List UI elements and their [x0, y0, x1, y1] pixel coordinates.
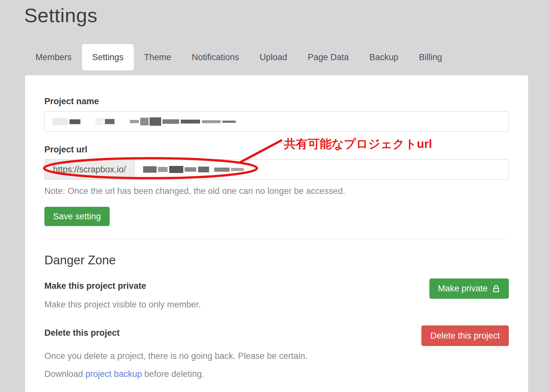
make-private-title: Make this project private — [44, 280, 201, 291]
make-private-button[interactable]: Make private — [429, 278, 509, 299]
project-name-label: Project name — [44, 96, 509, 107]
settings-card: Project name Project url https://scrapbo… — [25, 75, 528, 392]
backup-line: Download project backup before deleting. — [44, 369, 307, 379]
tab-backup[interactable]: Backup — [359, 44, 408, 70]
project-url-section: Project url https://scrapbox.io/ — [44, 144, 509, 180]
project-url-input[interactable] — [135, 160, 509, 179]
page-title: Settings — [24, 4, 550, 27]
settings-page: Settings Members Settings Theme Notifica… — [0, 0, 550, 392]
project-backup-link[interactable]: project backup — [86, 369, 142, 379]
make-private-text: Make this project private Make this proj… — [44, 280, 201, 310]
tab-settings[interactable]: Settings — [82, 44, 134, 70]
make-private-row: Make this project private Make this proj… — [44, 280, 509, 310]
tab-upload[interactable]: Upload — [249, 44, 298, 70]
delete-project-description: Once you delete a project, there is no g… — [44, 351, 307, 361]
save-setting-button[interactable]: Save setting — [44, 207, 110, 226]
delete-project-button[interactable]: Delete this project — [421, 325, 509, 346]
delete-project-text: Delete this project Once you delete a pr… — [44, 327, 307, 379]
backup-text-before: Download — [44, 369, 86, 379]
annotation-text: 共有可能なプロジェクトurl — [284, 136, 432, 152]
make-private-description: Make this project visible to only member… — [44, 299, 201, 310]
project-url-label: Project url — [44, 144, 509, 155]
project-name-input[interactable] — [44, 111, 509, 132]
tab-theme[interactable]: Theme — [134, 44, 181, 70]
tab-notifications[interactable]: Notifications — [181, 44, 249, 70]
make-private-button-label: Make private — [438, 284, 488, 294]
tab-members[interactable]: Members — [25, 44, 82, 70]
section-divider — [44, 239, 509, 239]
url-change-note: Note: Once the url has been changed, the… — [44, 186, 509, 196]
delete-project-row: Delete this project Once you delete a pr… — [44, 327, 509, 379]
backup-text-after: before deleting. — [142, 369, 204, 379]
lock-icon — [492, 284, 500, 293]
redacted-project-name — [52, 117, 236, 126]
tab-page-data[interactable]: Page Data — [298, 44, 359, 70]
url-prefix-addon: https://scrapbox.io/ — [45, 160, 135, 179]
delete-project-title: Delete this project — [44, 327, 307, 338]
tab-billing[interactable]: Billing — [408, 44, 452, 70]
project-url-input-group: https://scrapbox.io/ — [44, 159, 509, 180]
redacted-project-url — [143, 166, 244, 173]
tab-bar: Members Settings Theme Notifications Upl… — [25, 44, 550, 70]
danger-zone-heading: Danger Zone — [44, 253, 509, 268]
